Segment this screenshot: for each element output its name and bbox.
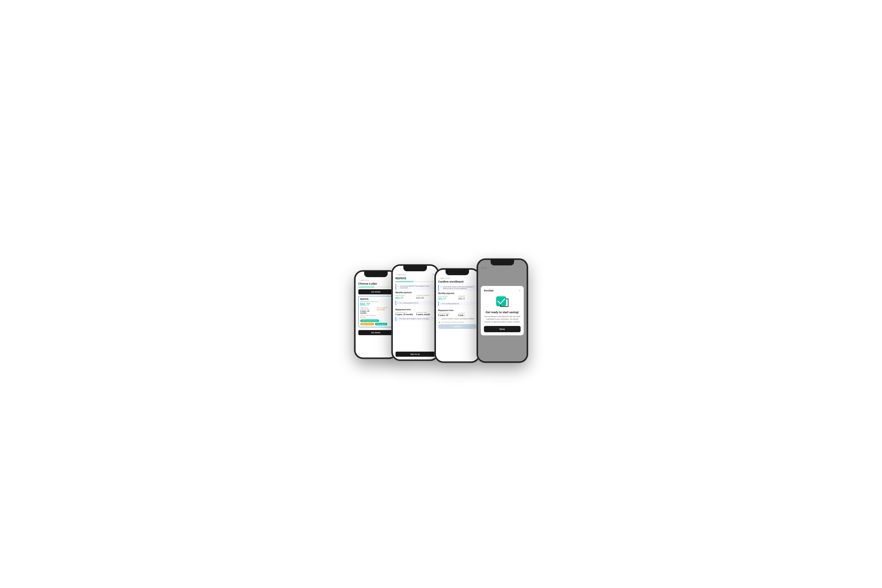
phone1-progress-bar <box>358 287 394 287</box>
phone3-info-icon2: ℹ <box>440 303 441 305</box>
phone-3-notch <box>446 270 469 275</box>
phone4-enrolled-heading: Get ready to start saving! <box>484 310 520 314</box>
phone3-current-term-value: 5 yea... <box>459 314 476 316</box>
phone2-info-box: ✦ See how the REPAYE Plan compares to yo… <box>396 284 435 290</box>
phone3-info-box: ✦ Almost there! Please confirm your enro… <box>438 285 476 291</box>
phone1-total-cost-value: $70.91 <box>360 316 392 318</box>
phone2-title: REPAYE <box>396 277 435 280</box>
phone2-current-term-label: CURRENT TERM <box>416 312 435 313</box>
phone1-total-cost-label: TOTAL COST INCREASE <box>360 315 392 316</box>
phone2-info-box2: ℹ Your monthly payment will be... <box>396 301 435 305</box>
phone4-enrolled-text: Your enrollment in the REPAYE Plan has b… <box>484 315 520 323</box>
phone2-info-icon: ℹ <box>398 302 398 304</box>
phone3-new-payment-col: NEW PAYMENT $31.77 <box>438 296 456 300</box>
phone3-monthly-title: Monthly payment <box>438 292 476 294</box>
phone1-forgiveness-label: TIME UNTIL FORGIVENESS <box>360 307 375 310</box>
phone1-step-header: ‹ Step 6 of 13 <box>358 279 394 282</box>
phone2-forgiveness-label: FORGIVENESS IN <box>396 312 414 313</box>
phone2-spark-icon: ✦ <box>398 285 399 287</box>
phone2-payment-row: NEW PAYMENT $31.77 CURRENT PAYMENT $52.9… <box>396 295 435 299</box>
phone3-current-term-label: CURRENT <box>459 313 476 314</box>
phone2-back-arrow[interactable]: ‹ <box>396 274 397 276</box>
phone4-done-button[interactable]: Done <box>484 326 520 332</box>
phone3-checkbox-row: I authorize IonTuition to request my enr… <box>438 318 476 320</box>
phone1-cost-label: COST TO REPAY <box>377 307 392 309</box>
phone4-close-button[interactable]: × <box>519 289 520 292</box>
phone2-step-label: Step 6 of 13 <box>398 274 406 276</box>
phone3-repayment-row: FORGIVENESS IN 5 years, 10 CURRENT 5 yea… <box>438 313 476 316</box>
phone1-badges: Lower monthly payment Higher total cost … <box>360 320 392 326</box>
phone1-plan-details-row: TIME UNTIL FORGIVENESS 5 years, 10 month… <box>360 307 392 314</box>
phone1-badge-fastest-payoff: Fastest payoff <box>375 323 387 326</box>
phone2-new-payment-label: NEW PAYMENT <box>396 295 414 296</box>
phone1-badge-lower-payment: Lower monthly payment <box>360 320 379 322</box>
phone2-info-box3: ℹ Your loans will be forgiven sooner on … <box>396 317 435 321</box>
phone4-modal-box: Enrolled × <box>481 286 524 336</box>
enrolled-icon <box>495 295 509 308</box>
phone1-title: Choose a plan <box>358 282 394 285</box>
phone2-sign-me-up-button[interactable]: Sign me up <box>396 352 435 357</box>
phone1-forgiveness-value: 5 years, 10 months <box>360 310 375 314</box>
phone2-info-text: See how the REPAYE Plan compares to your… <box>400 285 433 289</box>
phone2-step-header: ‹ Step 6 of 13 × <box>396 273 435 276</box>
phone3-current-label: CURRENT <box>459 296 476 297</box>
phone1-cost-value: $3,618.58 <box>377 309 392 310</box>
phone3-new-payment-value: $31.77 <box>438 297 456 300</box>
phone1-see-details-button[interactable]: See details <box>358 330 394 335</box>
phone1-new-monthly-label: NEW MONTHLY PAYMENT <box>360 301 392 302</box>
phone-3: ‹ Step 12 of 13 Confirm enrollment ✦ Alm… <box>435 268 480 363</box>
phone1-new-monthly-value: $31.77 <box>360 303 392 306</box>
phone2-info-text3: Your loans will be forgiven sooner on th… <box>399 318 429 320</box>
phone3-current-payment-col: CURRENT $52.9 <box>459 296 476 300</box>
phone4-modal-title: Enrolled <box>484 289 494 292</box>
phone2-forgiveness-col: FORGIVENESS IN 5 years, 10 months <box>396 312 414 315</box>
phone3-current-value: $52.9 <box>459 297 476 300</box>
phone2-repayment-row: FORGIVENESS IN 5 years, 10 months CURREN… <box>396 312 435 315</box>
phone4-modal-overlay: Enrolled × <box>478 260 526 362</box>
phone3-info-text2: Your monthly payment will... <box>442 303 460 304</box>
phone3-authorize-checkbox[interactable] <box>438 318 440 320</box>
phone1-progress-fill <box>358 287 375 287</box>
phone2-info-text2: Your monthly payment will be... <box>399 302 420 304</box>
phone1-back-arrow[interactable]: ‹ <box>359 279 360 281</box>
phone3-step-header: ‹ Step 12 of 13 <box>438 277 476 280</box>
phone3-new-payment-label: NEW PAYMENT <box>438 296 456 297</box>
phone3-forgiveness-value: 5 years, 10 <box>438 314 456 316</box>
phone2-new-payment-col: NEW PAYMENT $31.77 <box>396 295 414 299</box>
phone-2-notch <box>404 266 427 271</box>
phone3-divider <box>438 308 476 308</box>
phone3-back-arrow[interactable]: ‹ <box>439 277 440 279</box>
phone2-current-payment-value: $52.92 <box>416 296 435 299</box>
phone3-authorize-text: I authorize IonTuition to request my enr… <box>441 318 474 320</box>
phone2-new-payment-value: $31.77 <box>396 296 414 299</box>
phone3-security-row: 🔒 Your information is secured using 256-… <box>438 321 476 323</box>
phone3-security-text: Your information is secured using 256-bi… <box>441 321 465 323</box>
phone-2: ‹ Step 6 of 13 × REPAYE ✦ See how the RE… <box>392 265 439 361</box>
phone3-title: Confirm enrollment <box>438 280 476 283</box>
phone2-current-payment-label: CURRENT PAYMENT <box>416 295 435 296</box>
phone3-continue-button[interactable]: Continue <box>438 324 476 329</box>
phone-1-notch <box>364 272 388 277</box>
phone2-info-icon3: ℹ <box>398 318 398 320</box>
phone1-step-label: Step 6 of 13 <box>360 279 369 281</box>
phone3-info-box2: ℹ Your monthly payment will... <box>438 302 476 306</box>
phone2-close-icon[interactable]: × <box>432 273 434 276</box>
phone2-forgiveness-value: 5 years, 10 months <box>396 314 414 315</box>
phone1-badge-higher-cost: Higher total cost <box>360 323 374 326</box>
phone3-spark-icon: ✦ <box>440 286 442 288</box>
phone3-current-term-col: CURRENT 5 yea... <box>459 313 476 316</box>
phone2-progress-bar <box>396 282 435 282</box>
phone-4: nt? Call Enrolled × <box>477 259 528 363</box>
phone4-modal-title-bar: Enrolled × <box>484 289 520 292</box>
phone3-info-text: Almost there! Please confirm your enroll… <box>443 286 475 290</box>
phone-4-notch <box>490 260 514 266</box>
phone1-plan-name: REPAYE <box>360 298 392 300</box>
phone3-repayment-title: Repayment term <box>438 309 476 312</box>
phone2-current-payment-col: CURRENT PAYMENT $52.92 <box>416 295 435 299</box>
phone2-monthly-title: Monthly payment <box>396 291 435 294</box>
phone2-progress-fill <box>396 282 414 282</box>
phone1-plan-card: REPAYE NEW MONTHLY PAYMENT $31.77 TIME U… <box>358 296 394 327</box>
phone2-current-term-value: 5 years, month <box>416 314 435 315</box>
phone1-see-details-top-button[interactable]: See details <box>358 289 394 294</box>
phone2-repayment-title: Repayment term <box>396 309 435 310</box>
